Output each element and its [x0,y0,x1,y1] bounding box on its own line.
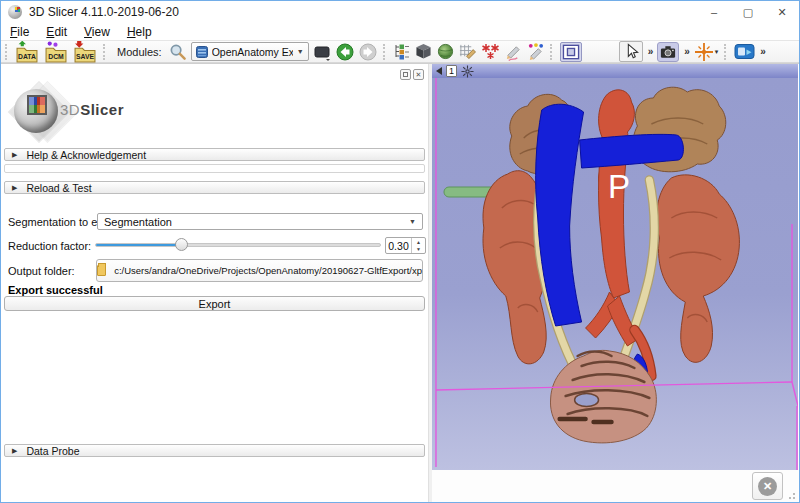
module-icon [196,46,208,58]
export-button[interactable]: Export [4,296,425,311]
slicer-logo: 3DSlicer [7,84,167,148]
output-folder-label: Output folder: [8,265,75,277]
crosshair-icon [694,42,714,62]
reduction-slider-handle[interactable] [175,238,188,251]
titlebar: 3D Slicer 4.11.0-2019-06-20 – ▢ ✕ [1,1,799,23]
reduction-slider-fill [96,244,180,246]
load-dicom-button[interactable]: DCM [44,41,68,63]
app-window: 3D Slicer 4.11.0-2019-06-20 – ▢ ✕ File E… [0,0,800,503]
minimize-button[interactable]: – [697,1,731,23]
view-number-badge: 1 [446,65,457,77]
slicer-logo-text: 3DSlicer [60,101,124,118]
view-pin-arrow-icon[interactable] [436,67,442,75]
scene-capture-icon [734,42,755,61]
view-3d-header[interactable]: 1 [432,64,798,78]
orientation-label: P [608,168,630,206]
maximize-button[interactable]: ▢ [731,1,765,23]
reload-test-collapsible[interactable]: ▶ Reload & Test [4,181,425,194]
pointer-overflow-chevron[interactable]: » [648,46,653,57]
capture-overflow-chevron[interactable]: » [760,46,765,57]
module-history-icon[interactable] [314,43,331,61]
reduction-value: 0.30 [386,238,411,253]
fiducial-markers-icon[interactable] [481,43,500,60]
layout-icon [562,44,580,60]
collapsed-content-strip [4,164,425,173]
view-3d: 1 [432,64,798,470]
segmentation-combobox-value: Segmentation [104,216,172,228]
viewport-3d[interactable]: P [432,78,798,470]
back-icon[interactable] [336,43,354,61]
bottom-bar: ✕ [432,470,798,502]
output-folder-path: c:/Users/andra/OneDrive/Projects/OpenAna… [114,265,422,276]
help-acknowledgement-collapsible[interactable]: ▶ Help & Acknowledgement [4,148,425,161]
main-area: ✕ 3DSlicer ▶ Help & Acknowledgement ▶ Re… [1,63,799,502]
collapse-arrow-icon: ▶ [12,447,17,455]
spin-view-icon[interactable] [461,65,474,78]
menu-view[interactable]: View [84,25,110,39]
screenshot-overflow-chevron[interactable]: » [684,46,689,57]
segment-sphere-icon[interactable] [437,43,454,60]
toolbar-grip[interactable] [724,44,728,60]
spinbox-arrows: ▲ ▼ [411,238,425,253]
toolbar: DATA DCM SAVE Modules: [1,40,799,63]
menubar: File Edit View Help [1,23,799,40]
load-data-button[interactable]: DATA [15,41,39,63]
module-selector-value: OpenAnatomy Export [212,46,293,58]
crosshair-dropdown-arrow[interactable]: ▾ [715,48,719,56]
module-panel: ✕ 3DSlicer ▶ Help & Acknowledgement ▶ Re… [1,64,429,502]
collapse-arrow-icon: ▶ [12,184,17,192]
toolbar-grip[interactable] [383,44,387,60]
forward-icon[interactable] [359,43,377,61]
menu-file[interactable]: File [10,25,29,39]
help-acknowledgement-label: Help & Acknowledgement [26,149,146,161]
close-circle-icon: ✕ [758,477,777,496]
scene-capture-button[interactable] [734,42,755,61]
save-button[interactable]: SAVE [73,41,97,63]
color-pencil-icon[interactable] [527,43,544,61]
right-column: 1 [432,64,798,502]
reload-test-label: Reload & Test [26,182,91,194]
panel-popout-icon[interactable] [400,69,411,80]
module-search-icon[interactable] [169,43,186,60]
mouse-pointer-icon [623,43,639,60]
load-data-label: DATA [18,52,36,59]
modules-label: Modules: [117,46,162,58]
toolbar-grip[interactable] [550,44,554,60]
folder-icon [97,265,106,276]
menu-help[interactable]: Help [127,25,152,39]
panel-close-icon[interactable]: ✕ [413,69,424,80]
window-title: 3D Slicer 4.11.0-2019-06-20 [29,5,697,19]
crosshair-button[interactable]: ▾ [694,42,719,62]
module-selector-arrow: ▼ [297,48,304,55]
notification-close-button[interactable]: ✕ [752,472,783,500]
slicer-app-icon [8,5,22,19]
reduction-spinbox[interactable]: 0.30 ▲ ▼ [385,237,426,254]
screenshot-button[interactable] [657,42,679,62]
save-label: SAVE [76,52,94,59]
chevron-down-icon: ▼ [409,218,416,225]
slicer-logo-cube [29,97,45,113]
screenshot-camera-icon [659,44,677,60]
menu-edit[interactable]: Edit [46,25,67,39]
volume-cube-icon[interactable] [415,43,432,60]
output-folder-button[interactable]: c:/Users/andra/OneDrive/Projects/OpenAna… [96,259,423,282]
close-button[interactable]: ✕ [765,1,799,23]
spin-down-button[interactable]: ▼ [412,246,425,254]
window-controls: – ▢ ✕ [697,1,799,23]
spin-up-button[interactable]: ▲ [412,238,425,246]
reduction-slider-track[interactable] [95,243,381,247]
reduction-factor-label: Reduction factor: [8,240,91,252]
export-status-message: Export successful [8,284,103,296]
mouse-pointer-button[interactable] [619,41,643,62]
annotation-pencil-icon[interactable] [505,43,522,61]
module-list-icon[interactable] [393,43,410,60]
module-selector[interactable]: OpenAnatomy Export ▼ [191,42,309,61]
layout-button[interactable] [560,42,582,62]
toolbar-grip[interactable] [103,44,107,60]
segmentation-combobox[interactable]: Segmentation ▼ [97,213,423,230]
resize-grip[interactable] [786,490,796,500]
toolbar-grip[interactable] [5,44,9,60]
crop-grid-icon[interactable] [459,43,476,60]
data-probe-collapsible[interactable]: ▶ Data Probe [4,444,425,457]
data-probe-label: Data Probe [26,445,79,457]
